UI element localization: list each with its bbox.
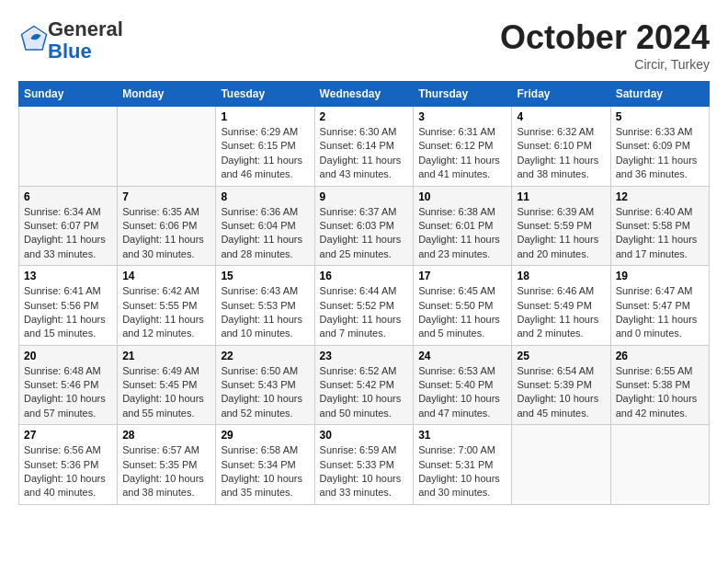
location-title: Circir, Turkey — [500, 57, 710, 72]
day-info: Sunrise: 6:37 AMSunset: 6:03 PMDaylight:… — [320, 205, 409, 262]
calendar-cell: 22Sunrise: 6:50 AMSunset: 5:43 PMDayligh… — [216, 345, 314, 425]
calendar-cell: 19Sunrise: 6:47 AMSunset: 5:47 PMDayligh… — [610, 266, 709, 346]
day-header-sunday: Sunday — [19, 82, 118, 107]
calendar-cell: 25Sunrise: 6:54 AMSunset: 5:39 PMDayligh… — [512, 345, 610, 425]
day-number: 26 — [616, 350, 704, 362]
calendar-cell: 12Sunrise: 6:40 AMSunset: 5:58 PMDayligh… — [610, 186, 709, 266]
calendar-cell: 29Sunrise: 6:58 AMSunset: 5:34 PMDayligh… — [216, 425, 314, 505]
calendar-cell: 8Sunrise: 6:36 AMSunset: 6:04 PMDaylight… — [216, 186, 314, 266]
day-number: 11 — [517, 190, 605, 203]
day-header-friday: Friday — [512, 82, 610, 107]
calendar-cell: 30Sunrise: 6:59 AMSunset: 5:33 PMDayligh… — [314, 425, 414, 505]
week-row-2: 6Sunrise: 6:34 AMSunset: 6:07 PMDaylight… — [19, 186, 710, 266]
day-number: 4 — [517, 110, 605, 123]
day-info: Sunrise: 6:55 AMSunset: 5:38 PMDaylight:… — [616, 364, 704, 421]
day-header-tuesday: Tuesday — [216, 82, 314, 107]
day-info: Sunrise: 6:39 AMSunset: 5:59 PMDaylight:… — [517, 205, 605, 262]
page-header: General Blue October 2024 Circir, Turkey — [18, 18, 710, 72]
day-number: 2 — [320, 110, 409, 123]
day-info: Sunrise: 6:44 AMSunset: 5:52 PMDaylight:… — [320, 284, 409, 341]
day-number: 5 — [616, 110, 704, 123]
day-info: Sunrise: 6:54 AMSunset: 5:39 PMDaylight:… — [517, 364, 605, 421]
calendar-cell: 13Sunrise: 6:41 AMSunset: 5:56 PMDayligh… — [19, 266, 118, 346]
calendar-cell: 11Sunrise: 6:39 AMSunset: 5:59 PMDayligh… — [512, 186, 610, 266]
day-number: 28 — [122, 429, 210, 442]
day-number: 19 — [616, 270, 704, 282]
day-info: Sunrise: 6:43 AMSunset: 5:53 PMDaylight:… — [221, 284, 309, 341]
calendar-cell: 3Sunrise: 6:31 AMSunset: 6:12 PMDaylight… — [414, 107, 512, 187]
calendar-cell: 17Sunrise: 6:45 AMSunset: 5:50 PMDayligh… — [414, 266, 512, 346]
day-info: Sunrise: 6:45 AMSunset: 5:50 PMDaylight:… — [418, 284, 506, 341]
day-info: Sunrise: 6:35 AMSunset: 6:06 PMDaylight:… — [122, 205, 210, 262]
day-info: Sunrise: 6:59 AMSunset: 5:33 PMDaylight:… — [320, 443, 409, 500]
day-info: Sunrise: 6:41 AMSunset: 5:56 PMDaylight:… — [24, 284, 112, 341]
day-number: 12 — [616, 190, 704, 203]
day-number: 27 — [24, 429, 112, 442]
calendar-cell: 23Sunrise: 6:52 AMSunset: 5:42 PMDayligh… — [314, 345, 414, 425]
day-info: Sunrise: 6:34 AMSunset: 6:07 PMDaylight:… — [24, 205, 112, 262]
day-number: 1 — [221, 110, 309, 123]
week-row-4: 20Sunrise: 6:48 AMSunset: 5:46 PMDayligh… — [19, 345, 710, 425]
day-info: Sunrise: 6:38 AMSunset: 6:01 PMDaylight:… — [418, 205, 506, 262]
day-info: Sunrise: 6:56 AMSunset: 5:36 PMDaylight:… — [24, 443, 112, 500]
calendar-cell: 28Sunrise: 6:57 AMSunset: 5:35 PMDayligh… — [118, 425, 216, 505]
day-info: Sunrise: 6:50 AMSunset: 5:43 PMDaylight:… — [221, 364, 309, 421]
calendar-cell — [512, 425, 610, 505]
day-number: 6 — [24, 190, 112, 203]
day-info: Sunrise: 6:49 AMSunset: 5:45 PMDaylight:… — [122, 364, 210, 421]
day-info: Sunrise: 6:42 AMSunset: 5:55 PMDaylight:… — [122, 284, 210, 341]
week-row-5: 27Sunrise: 6:56 AMSunset: 5:36 PMDayligh… — [19, 425, 710, 505]
calendar-cell: 16Sunrise: 6:44 AMSunset: 5:52 PMDayligh… — [314, 266, 414, 346]
day-number: 8 — [221, 190, 309, 203]
day-number: 3 — [418, 110, 506, 123]
logo: General Blue — [18, 18, 123, 63]
day-info: Sunrise: 6:31 AMSunset: 6:12 PMDaylight:… — [418, 125, 506, 182]
day-number: 24 — [418, 350, 506, 362]
day-number: 25 — [517, 350, 605, 362]
month-title: October 2024 — [500, 18, 710, 57]
day-info: Sunrise: 6:29 AMSunset: 6:15 PMDaylight:… — [221, 125, 309, 182]
day-number: 17 — [418, 270, 506, 282]
calendar-cell — [118, 107, 216, 187]
logo-general-text: General — [48, 17, 123, 40]
day-number: 7 — [122, 190, 210, 203]
day-info: Sunrise: 7:00 AMSunset: 5:31 PMDaylight:… — [418, 443, 506, 500]
week-row-3: 13Sunrise: 6:41 AMSunset: 5:56 PMDayligh… — [19, 266, 710, 346]
calendar-cell — [610, 425, 709, 505]
calendar-cell: 9Sunrise: 6:37 AMSunset: 6:03 PMDaylight… — [314, 186, 414, 266]
day-number: 16 — [320, 270, 409, 282]
calendar-cell: 4Sunrise: 6:32 AMSunset: 6:10 PMDaylight… — [512, 107, 610, 187]
day-number: 31 — [418, 429, 506, 442]
day-info: Sunrise: 6:33 AMSunset: 6:09 PMDaylight:… — [616, 125, 704, 182]
day-info: Sunrise: 6:48 AMSunset: 5:46 PMDaylight:… — [24, 364, 112, 421]
calendar-cell: 24Sunrise: 6:53 AMSunset: 5:40 PMDayligh… — [414, 345, 512, 425]
day-number: 20 — [24, 350, 112, 362]
day-header-thursday: Thursday — [414, 82, 512, 107]
week-row-1: 1Sunrise: 6:29 AMSunset: 6:15 PMDaylight… — [19, 107, 710, 187]
day-number: 14 — [122, 270, 210, 282]
day-info: Sunrise: 6:47 AMSunset: 5:47 PMDaylight:… — [616, 284, 704, 341]
day-number: 21 — [122, 350, 210, 362]
calendar-cell: 14Sunrise: 6:42 AMSunset: 5:55 PMDayligh… — [118, 266, 216, 346]
day-info: Sunrise: 6:32 AMSunset: 6:10 PMDaylight:… — [517, 125, 605, 182]
day-number: 13 — [24, 270, 112, 282]
calendar-cell: 10Sunrise: 6:38 AMSunset: 6:01 PMDayligh… — [414, 186, 512, 266]
day-info: Sunrise: 6:36 AMSunset: 6:04 PMDaylight:… — [221, 205, 309, 262]
day-number: 9 — [320, 190, 409, 203]
title-block: October 2024 Circir, Turkey — [500, 18, 710, 72]
day-info: Sunrise: 6:46 AMSunset: 5:49 PMDaylight:… — [517, 284, 605, 341]
day-header-saturday: Saturday — [610, 82, 709, 107]
day-number: 10 — [418, 190, 506, 203]
calendar-cell: 2Sunrise: 6:30 AMSunset: 6:14 PMDaylight… — [314, 107, 414, 187]
day-number: 30 — [320, 429, 409, 442]
day-info: Sunrise: 6:52 AMSunset: 5:42 PMDaylight:… — [320, 364, 409, 421]
calendar-cell: 20Sunrise: 6:48 AMSunset: 5:46 PMDayligh… — [19, 345, 118, 425]
day-info: Sunrise: 6:58 AMSunset: 5:34 PMDaylight:… — [221, 443, 309, 500]
day-number: 29 — [221, 429, 309, 442]
day-number: 18 — [517, 270, 605, 282]
calendar-cell: 7Sunrise: 6:35 AMSunset: 6:06 PMDaylight… — [118, 186, 216, 266]
day-number: 22 — [221, 350, 309, 362]
header-row: SundayMondayTuesdayWednesdayThursdayFrid… — [19, 82, 710, 107]
calendar-cell: 31Sunrise: 7:00 AMSunset: 5:31 PMDayligh… — [414, 425, 512, 505]
calendar-cell: 5Sunrise: 6:33 AMSunset: 6:09 PMDaylight… — [610, 107, 709, 187]
